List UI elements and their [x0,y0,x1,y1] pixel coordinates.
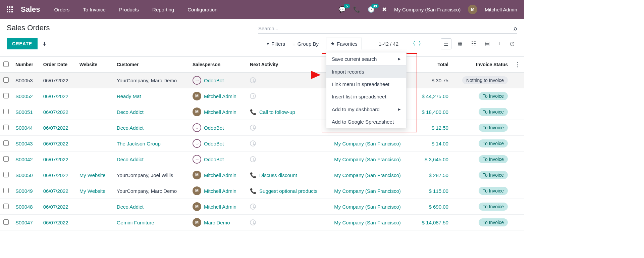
row-checkbox[interactable] [3,109,9,114]
customer[interactable]: Deco Addict [117,157,144,162]
pager-next[interactable]: 〉 [419,41,423,47]
salesperson[interactable]: Mitchell Admin [204,109,236,115]
order-number[interactable]: S00051 [15,109,33,115]
customer[interactable]: Deco Addict [117,125,144,131]
order-number[interactable]: S00049 [15,188,33,194]
row-checkbox[interactable] [3,204,9,209]
col-number[interactable]: Number [12,57,40,73]
nav-to-invoice[interactable]: To Invoice [83,7,106,12]
salesperson[interactable]: Mitchell Admin [204,93,236,99]
next-activity[interactable] [250,140,327,146]
next-activity[interactable] [250,125,327,131]
col-order-date[interactable]: Order Date [40,57,76,73]
fav-add-google[interactable]: Add to Google Spreadsheet [326,116,406,128]
col-customer[interactable]: Customer [113,57,189,73]
customer[interactable]: Deco Addict [117,204,144,210]
customer[interactable]: Deco Addict [117,109,144,115]
order-number[interactable]: S00044 [15,125,33,131]
website[interactable]: My Website [79,188,106,194]
salesperson[interactable]: Mitchell Admin [204,204,236,210]
view-calendar[interactable]: ☷ [469,38,479,49]
salesperson[interactable]: Mitchell Admin [204,172,236,178]
table-row[interactable]: S0004306/07/2022The Jackson GroupOdooBot… [0,136,524,152]
table-row[interactable]: S0004706/07/2022Gemini FurnitureMMarc De… [0,215,524,230]
row-checkbox[interactable] [3,125,9,130]
nav-products[interactable]: Products [119,7,139,12]
nav-orders[interactable]: Orders [54,7,70,12]
company[interactable]: My Company (San Francisco) [334,204,400,210]
company[interactable]: My Company (San Francisco) [334,157,400,162]
company[interactable]: My Company (San Francisco) [334,141,400,146]
col-total[interactable]: Total [414,57,452,73]
next-activity[interactable] [250,156,327,162]
activities-icon[interactable]: 🕓39 [368,6,375,13]
salesperson[interactable]: OdooBot [204,125,224,131]
phone-icon[interactable]: 📞 [353,6,360,13]
user-avatar[interactable]: M [468,5,477,14]
view-graph[interactable]: ⫾ [496,38,504,49]
view-activity[interactable]: ◷ [507,38,517,49]
company-switcher[interactable]: My Company (San Francisco) [394,7,461,12]
row-checkbox[interactable] [3,140,9,146]
website[interactable]: My Website [79,172,106,178]
table-row[interactable]: S0005206/07/2022Ready MatMMitchell Admin… [0,88,524,104]
columns-kebab-icon[interactable]: ⋮ [515,61,521,68]
customer[interactable]: Ready Mat [117,93,141,99]
apps-icon[interactable] [7,6,13,12]
customer[interactable]: The Jackson Group [117,141,161,146]
salesperson[interactable]: OdooBot [204,141,224,146]
col-invoice-status[interactable]: Invoice Status [452,57,511,73]
company[interactable]: My Company (San Francisco) [334,220,400,225]
favorites-button[interactable]: ★Favorites [326,38,362,50]
search-bar[interactable]: ⌕ [258,24,517,34]
row-checkbox[interactable] [3,156,9,162]
table-row[interactable]: S0004906/07/2022My WebsiteYourCompany, M… [0,183,524,199]
table-row[interactable]: S0005006/07/2022My WebsiteYourCompany, J… [0,167,524,183]
col-salesperson[interactable]: Salesperson [189,57,247,73]
nav-reporting[interactable]: Reporting [152,7,174,12]
customer[interactable]: YourCompany, Marc Demo [117,78,177,83]
salesperson[interactable]: OdooBot [204,157,224,162]
salesperson[interactable]: Mitchell Admin [204,188,236,194]
view-list[interactable]: ☰ [441,38,451,49]
col-website[interactable]: Website [76,57,113,73]
row-checkbox[interactable] [3,188,9,193]
view-kanban[interactable]: ▦ [455,38,465,49]
company[interactable]: My Company (San Francisco) [334,188,400,194]
group-by-button[interactable]: ≡Group By [292,41,319,47]
order-number[interactable]: S00048 [15,204,33,210]
row-checkbox[interactable] [3,172,9,177]
company[interactable]: My Company (San Francisco) [334,172,400,178]
fav-insert-list[interactable]: Insert list in spreadsheet [326,90,406,103]
order-number[interactable]: S00047 [15,220,33,225]
order-number[interactable]: S00053 [15,78,33,83]
table-row[interactable]: S0004206/07/2022Deco AddictOdooBotMy Com… [0,152,524,167]
view-pivot[interactable]: ▤ [482,38,492,49]
next-activity[interactable]: 📞Suggest optional products [250,188,327,194]
fav-add-dashboard[interactable]: Add to my dashboard▸ [326,103,406,116]
tools-icon[interactable]: ✖ [382,6,387,13]
order-number[interactable]: S00052 [15,93,33,99]
app-brand[interactable]: Sales [21,5,40,14]
filters-button[interactable]: ▾Filters [267,41,285,47]
row-checkbox[interactable] [3,93,9,98]
search-icon[interactable]: ⌕ [514,25,517,32]
fav-save-search[interactable]: Save current search▸ [326,52,406,65]
upload-icon[interactable]: ⬇ [42,41,47,47]
next-activity[interactable] [250,93,327,99]
order-number[interactable]: S00050 [15,172,33,178]
next-activity[interactable] [250,204,327,210]
row-checkbox[interactable] [3,219,9,225]
user-name[interactable]: Mitchell Admin [485,7,517,12]
select-all-checkbox[interactable] [3,61,9,67]
order-number[interactable]: S00043 [15,141,33,146]
pager-prev[interactable]: 〈 [411,41,415,47]
table-row[interactable]: S0004806/07/2022Deco AddictMMitchell Adm… [0,199,524,215]
salesperson[interactable]: OdooBot [204,78,224,83]
customer[interactable]: Gemini Furniture [117,220,154,225]
search-input[interactable] [258,26,514,31]
table-row[interactable]: S0005306/07/2022YourCompany, Marc DemoOd… [0,73,524,88]
fav-link-spreadsheet[interactable]: Link menu in spreadsheet [326,78,406,90]
table-row[interactable]: S0005106/07/2022Deco AddictMMitchell Adm… [0,104,524,120]
next-activity[interactable]: 📞Call to follow-up [250,109,327,115]
